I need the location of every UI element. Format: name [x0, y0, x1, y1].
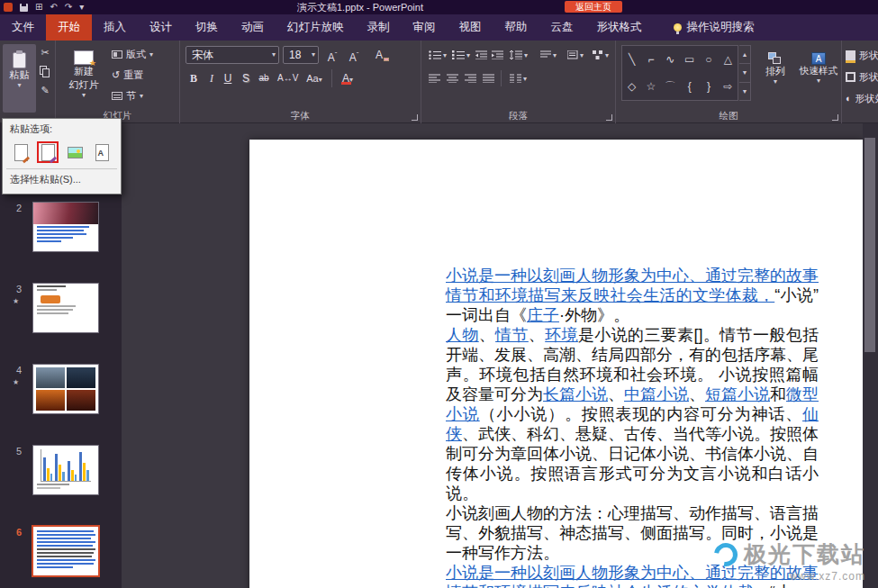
save-icon[interactable] [20, 4, 28, 12]
shape-oval-icon[interactable]: ○ [699, 46, 718, 73]
shape-triangle-icon[interactable]: △ [719, 46, 738, 73]
shape-effects-button[interactable]: ◐ 形状效果 [846, 91, 878, 105]
slide-canvas[interactable]: 小说是一种以刻画人物形象为中心、通过完整的故事情节和环境描写来反映社会生活的文学… [249, 140, 863, 588]
ribbon-tab-5[interactable]: 动画 [230, 14, 276, 41]
bullets-icon[interactable]: ▾ [427, 47, 448, 63]
change-case-icon[interactable]: Aa▾ [306, 69, 322, 87]
clear-formatting-icon[interactable]: A [369, 46, 389, 64]
promo-button[interactable]: 返回主页 [565, 1, 622, 13]
shape-right-arrow-icon[interactable]: ⇨ [719, 73, 738, 100]
shape-fill-button[interactable]: 形状填充 [846, 48, 878, 62]
font-name-combo[interactable]: 宋体 [186, 46, 279, 64]
ribbon-tab-4[interactable]: 切换 [184, 14, 230, 41]
increase-font-size-icon[interactable]: Aˆ [324, 46, 340, 64]
ribbon-tab-1[interactable]: 开始 [46, 14, 92, 41]
editing-canvas: 小说是一种以刻画人物形象为中心、通过完整的故事情节和环境描写来反映社会生活的文学… [122, 123, 878, 588]
ribbon-tab-11[interactable]: 云盘 [539, 14, 585, 41]
shape-rectangle-icon[interactable]: ▭ [680, 46, 699, 73]
shape-right-brace-icon[interactable]: } [699, 73, 718, 100]
ribbon-tab-3[interactable]: 设计 [138, 14, 184, 41]
hyperlink-text[interactable]: 小说是一种以刻画人物形象为中心、通过完整的故事情节和环境描写来反映社会生活的文学… [446, 267, 819, 304]
arrange-button[interactable]: 排列 ▾ [756, 44, 794, 113]
gallery-down-icon[interactable]: ▼ [739, 64, 750, 82]
hyperlink-text[interactable]: 情节 [495, 326, 529, 344]
strikethrough-icon[interactable]: ab [256, 69, 272, 87]
hyperlink-text[interactable]: 长篇小说 [543, 385, 608, 403]
shape-curve-icon[interactable]: ∿ [661, 46, 680, 73]
slide-thumbnail[interactable] [33, 446, 98, 494]
picture-icon[interactable] [64, 141, 86, 163]
columns-icon[interactable]: ▾ [508, 70, 529, 86]
chevron-down-icon[interactable]: ▾ [79, 1, 84, 14]
shape-outline-button[interactable]: 形状轮廓 [846, 69, 878, 84]
reset-button[interactable]: ↺ 重置 [112, 67, 153, 83]
increase-indent-icon[interactable] [490, 47, 505, 63]
text-shadow-icon[interactable]: S [238, 69, 254, 87]
ribbon-tab-0[interactable]: 文件 [0, 14, 46, 41]
justify-icon[interactable] [481, 70, 496, 86]
gallery-more-icon[interactable]: ▼ [739, 83, 750, 100]
align-text-icon[interactable]: ▾ [566, 47, 585, 63]
undo-icon[interactable]: ↶ [50, 1, 57, 14]
hyperlink-text[interactable]: 中篇小说 [624, 385, 689, 403]
ribbon-tab-9[interactable]: 视图 [448, 14, 493, 41]
quick-styles-button[interactable]: A 快速样式 ▾ [797, 44, 840, 113]
shape-star-icon[interactable]: ☆ [641, 73, 660, 100]
ribbon-tab-8[interactable]: 审阅 [402, 14, 448, 41]
smartart-icon[interactable]: ▾ [591, 47, 611, 63]
new-slide-button[interactable]: ★ 新建 幻灯片 ▾ [61, 44, 106, 113]
site-logo-icon [710, 538, 742, 570]
customize-toolbar-icon[interactable]: ⊞ [35, 1, 42, 14]
text-direction-icon[interactable]: ▾ [539, 47, 558, 63]
line-spacing-icon[interactable]: ▾ [508, 47, 530, 63]
layout-button[interactable]: 版式 ▾ [112, 46, 153, 62]
paste-button[interactable]: 粘贴 ▾ [3, 44, 36, 113]
font-dialog-launcher[interactable] [412, 114, 418, 121]
decrease-font-size-icon[interactable]: Aˇ [346, 46, 362, 64]
ribbon-tab-2[interactable]: 插入 [92, 14, 138, 41]
ribbon-tab-6[interactable]: 幻灯片放映 [276, 14, 356, 41]
font-color-icon[interactable]: A▾ [339, 69, 357, 87]
decrease-indent-icon[interactable] [474, 47, 489, 63]
section-button[interactable]: 节 ▾ [112, 87, 153, 104]
cut-icon[interactable]: ✂ [37, 45, 53, 60]
paste-special-item[interactable]: 选择性粘贴(S)... [3, 169, 121, 190]
copy-icon[interactable] [37, 64, 53, 79]
underline-icon[interactable]: U [220, 69, 236, 87]
format-painter-icon[interactable]: ✎ [37, 83, 53, 98]
shape-elbow-connector-icon[interactable]: ⌐ [641, 46, 660, 73]
slide-thumbnail[interactable] [33, 527, 98, 575]
tell-me-search[interactable]: 操作说明搜索 [674, 14, 755, 41]
redo-icon[interactable]: ↷ [65, 1, 72, 14]
align-right-icon[interactable] [463, 70, 478, 86]
paragraph-dialog-launcher[interactable] [606, 114, 612, 121]
scrollbar-thumb[interactable] [864, 138, 875, 352]
ribbon-tab-12[interactable]: 形状格式 [585, 14, 654, 41]
hyperlink-text[interactable]: 庄子 [527, 306, 559, 324]
hyperlink-text[interactable]: 短篇小说 [705, 385, 770, 403]
shape-left-brace-icon[interactable]: { [680, 73, 699, 100]
gallery-up-icon[interactable]: ▲ [739, 46, 750, 64]
keep-source-formatting-icon[interactable] [37, 141, 59, 163]
align-left-icon[interactable] [427, 70, 442, 86]
shape-arc-icon[interactable]: ⌒ [661, 73, 680, 100]
hyperlink-text[interactable]: 环境 [545, 326, 578, 344]
font-size-combo[interactable]: 18 [283, 46, 319, 64]
keep-text-only-icon[interactable]: A [91, 141, 113, 163]
bold-icon[interactable]: B [186, 69, 202, 87]
slide-thumbnail[interactable] [33, 365, 98, 413]
slide-thumbnail[interactable] [33, 203, 98, 251]
hyperlink-text[interactable]: 人物 [446, 326, 479, 344]
shape-line-icon[interactable]: ╲ [622, 46, 641, 73]
numbering-icon[interactable]: ▾ [450, 47, 472, 63]
ribbon-tab-10[interactable]: 帮助 [493, 14, 539, 41]
shape-diamond-icon[interactable]: ◇ [622, 73, 641, 100]
italic-icon[interactable]: I [204, 69, 220, 87]
character-spacing-icon[interactable]: A↔V [277, 69, 298, 87]
align-center-icon[interactable] [445, 70, 460, 86]
drawing-dialog-launcher[interactable] [832, 114, 838, 121]
ribbon-tab-7[interactable]: 录制 [356, 14, 402, 41]
use-destination-theme-icon[interactable] [10, 141, 32, 163]
vertical-scrollbar[interactable] [863, 123, 878, 588]
slide-thumbnail[interactable] [33, 284, 98, 332]
